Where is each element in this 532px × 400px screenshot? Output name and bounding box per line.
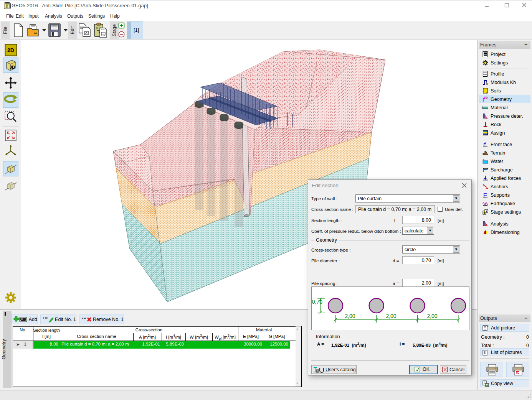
svg-text:2,00: 2,00: [427, 313, 437, 319]
svg-text:3D: 3D: [10, 65, 15, 69]
svg-text:2: 2: [486, 210, 487, 213]
svg-text:1: 1: [484, 211, 486, 215]
svg-text:R: R: [516, 372, 519, 375]
svg-text:2D: 2D: [7, 47, 14, 53]
svg-text:2,00: 2,00: [386, 313, 396, 319]
svg-text:2,00: 2,00: [345, 313, 355, 319]
svg-text:0,70: 0,70: [312, 299, 322, 305]
